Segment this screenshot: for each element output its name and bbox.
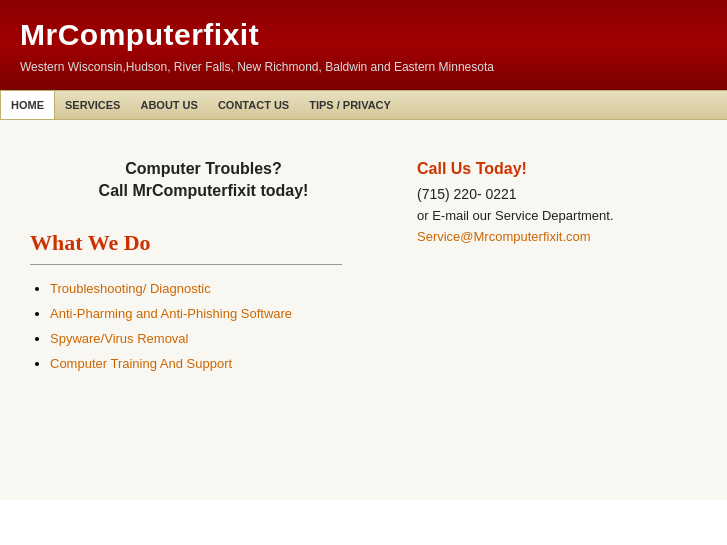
site-subtitle: Western Wisconsin,Hudson, River Falls, N… [20,60,707,74]
phone-number: (715) 220- 0221 [417,186,697,202]
list-item: Computer Training And Support [50,356,377,371]
call-us-title: Call Us Today! [417,160,697,178]
main-content: Computer Troubles? Call MrComputerfixit … [0,120,727,500]
email-link[interactable]: Service@Mrcomputerfixit.com [417,229,591,244]
troubles-heading-line2: Call MrComputerfixit today! [30,182,377,200]
list-item: Spyware/Virus Removal [50,331,377,346]
service-link-1[interactable]: Troubleshooting/ Diagnostic [50,281,211,296]
site-header: MrComputerfixit Western Wisconsin,Hudson… [0,0,727,90]
navigation-bar: HOME SERVICES ABOUT US CONTACT US TIPS /… [0,90,727,120]
left-column: Computer Troubles? Call MrComputerfixit … [20,140,387,480]
services-list: Troubleshooting/ Diagnostic Anti-Pharmin… [30,281,377,371]
site-title: MrComputerfixit [20,18,707,52]
nav-home[interactable]: HOME [0,91,55,119]
what-we-do-title: What We Do [30,230,377,256]
what-we-do-section: What We Do Troubleshooting/ Diagnostic A… [30,230,377,371]
service-link-3[interactable]: Spyware/Virus Removal [50,331,188,346]
nav-services[interactable]: SERVICES [55,91,130,119]
right-column: Call Us Today! (715) 220- 0221 or E-mail… [407,140,707,480]
list-item: Anti-Pharming and Anti-Phishing Software [50,306,377,321]
nav-about-us[interactable]: ABOUT US [130,91,207,119]
nav-contact-us[interactable]: CONTACT US [208,91,299,119]
nav-tips-privacy[interactable]: TIPS / PRIVACY [299,91,401,119]
section-divider [30,264,342,265]
service-link-2[interactable]: Anti-Pharming and Anti-Phishing Software [50,306,292,321]
list-item: Troubleshooting/ Diagnostic [50,281,377,296]
troubles-heading-line1: Computer Troubles? [30,160,377,178]
email-prompt: or E-mail our Service Department. [417,208,697,223]
service-link-4[interactable]: Computer Training And Support [50,356,232,371]
